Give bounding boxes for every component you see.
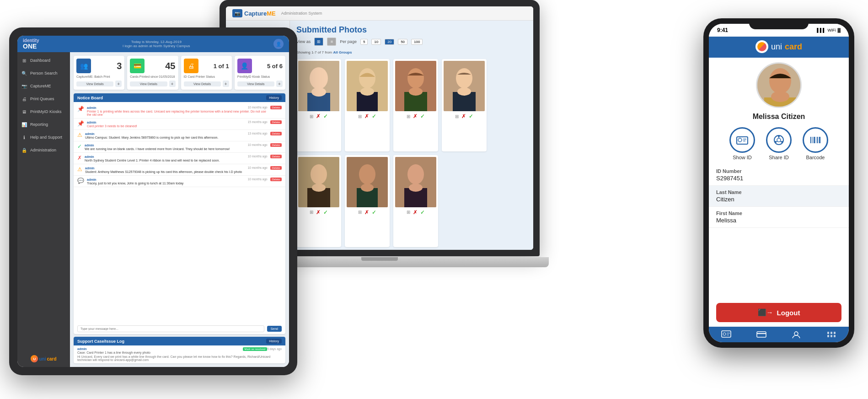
- sidebar-item-reporting[interactable]: 📊 Reporting: [17, 118, 70, 131]
- tablet-screen: identity ONE Today is Monday, 12-Aug-201…: [17, 36, 289, 367]
- dash-card-cards-printed: 💳 45 Cards Printed since 01/05/2018 View…: [127, 56, 178, 90]
- support-text-2: Hi Unicard, Every card we print has a wh…: [77, 355, 282, 361]
- sidebar-item-kiosks[interactable]: 🖥 PrintMyID Kiosks: [17, 105, 70, 118]
- per-page-5[interactable]: 5: [360, 39, 368, 45]
- phone-card-text: card: [785, 42, 802, 52]
- photo-actions-2: ⊞ ✗ ✓: [347, 111, 388, 120]
- kiosk-status-view-details[interactable]: View Details: [237, 81, 274, 86]
- phone-header: unicard: [709, 37, 849, 58]
- per-page-100[interactable]: 100: [411, 39, 423, 45]
- notice-delete-btn-3[interactable]: Delete: [270, 132, 282, 135]
- notice-board: Notice Board History 📌 admin 10 months a…: [74, 93, 285, 334]
- sidebar-item-print-queues[interactable]: 🖨 Print Queues: [17, 92, 70, 105]
- sidebar-item-admin[interactable]: 🔒 Administration: [17, 144, 70, 156]
- notice-text-1: Printer 1 is printing white lines across…: [87, 110, 268, 116]
- photo-grid-icon-1[interactable]: ⊞: [310, 114, 313, 119]
- photo-approve-btn-3[interactable]: ✓: [420, 113, 425, 119]
- tablet-sidebar: ⊞ Dashboard 🔍 Person Search 📷 CaptureME …: [17, 52, 70, 367]
- logout-label: Logout: [777, 309, 800, 317]
- photo-approve-btn-7[interactable]: ✓: [420, 209, 425, 216]
- svg-rect-62: [834, 335, 836, 337]
- photo-approve-btn-4[interactable]: ✓: [469, 113, 473, 119]
- grid-view-button[interactable]: ⊞: [314, 38, 323, 46]
- notice-item-5: ✗ admin 10 months ago North Sydney Stude…: [74, 153, 285, 164]
- batch-print-view-details[interactable]: View Details: [76, 81, 113, 86]
- per-page-50[interactable]: 50: [398, 39, 407, 45]
- laptop-main-header: Submitted Photos View as ⊞ ≡ Per page 5 …: [290, 21, 533, 49]
- per-page-20[interactable]: 20: [385, 39, 394, 45]
- notice-delete-btn-1[interactable]: Delete: [270, 106, 282, 109]
- phone-fields: ID Number S2987451 Last Name Citizen Fir…: [709, 165, 849, 298]
- wifi-icon: WiFi: [827, 28, 836, 32]
- photo-thumb-3: [395, 61, 436, 111]
- svg-point-11: [409, 87, 423, 96]
- topbar-user-avatar[interactable]: 👤: [273, 39, 284, 49]
- phone-share-id-item: Share ID: [766, 127, 792, 160]
- support-history-button[interactable]: History: [266, 339, 282, 344]
- photo-grid-icon-2[interactable]: ⊞: [358, 114, 362, 119]
- all-groups-link[interactable]: All Groups: [333, 50, 352, 54]
- show-id-button[interactable]: [729, 127, 755, 153]
- photo-item-1: ⊞ ✗ ✓: [296, 59, 341, 151]
- printer-status-view-details[interactable]: View Details: [184, 81, 221, 86]
- logout-button[interactable]: ⬛→ Logout: [716, 303, 841, 322]
- photo-item-3: ⊞ ✗ ✓: [393, 59, 438, 151]
- phone-nav-id[interactable]: [721, 330, 731, 339]
- svg-rect-44: [810, 137, 811, 143]
- share-id-button[interactable]: [766, 127, 792, 153]
- per-page-10[interactable]: 10: [371, 39, 381, 45]
- notice-message-input[interactable]: [77, 325, 264, 332]
- notice-history-button[interactable]: History: [266, 95, 282, 100]
- sidebar-item-captureme[interactable]: 📷 CaptureME: [17, 80, 70, 92]
- photo-reject-btn-6[interactable]: ✗: [364, 209, 369, 216]
- phone-nav-menu[interactable]: [826, 330, 836, 339]
- notice-time-6: 10 months ago: [248, 166, 268, 169]
- notice-delete-btn-4[interactable]: Delete: [270, 143, 282, 147]
- photo-reject-btn-2[interactable]: ✗: [364, 113, 369, 119]
- photo-approve-btn-5[interactable]: ✓: [323, 209, 328, 216]
- barcode-button[interactable]: [803, 127, 828, 153]
- photo-approve-btn-6[interactable]: ✓: [372, 209, 376, 216]
- notice-admin-2: admin: [87, 121, 96, 124]
- phone-nav-card[interactable]: [756, 330, 766, 339]
- photo-reject-btn-4[interactable]: ✗: [461, 113, 466, 119]
- notice-delete-btn-6[interactable]: Delete: [270, 166, 282, 170]
- printer-status-plus[interactable]: +: [223, 81, 229, 87]
- cards-printed-plus[interactable]: +: [169, 81, 176, 87]
- photo-reject-btn-1[interactable]: ✗: [316, 113, 321, 119]
- support-log-content: admin 5 days ago Mark as resolved Case: …: [74, 345, 285, 363]
- sidebar-item-person-search[interactable]: 🔍 Person Search: [17, 67, 70, 80]
- photo-reject-btn-7[interactable]: ✗: [413, 209, 418, 216]
- notice-board-title: Notice Board: [77, 96, 103, 100]
- support-mark-resolved-btn[interactable]: Mark as resolved: [243, 347, 268, 351]
- sidebar-item-help[interactable]: ℹ Help and Support: [17, 131, 70, 144]
- svg-rect-60: [827, 335, 829, 337]
- notice-delete-btn-2[interactable]: Delete: [270, 120, 282, 124]
- photo-grid-icon-6[interactable]: ⊞: [358, 210, 362, 215]
- photo-approve-btn-1[interactable]: ✓: [323, 113, 328, 119]
- photo-approve-btn-2[interactable]: ✓: [372, 113, 376, 119]
- sidebar-item-dashboard[interactable]: ⊞ Dashboard: [17, 54, 70, 67]
- notice-item-4: ✓ admin 10 months ago We are running low…: [74, 141, 285, 153]
- phone-user-name: Melissa Citizen: [709, 111, 849, 124]
- photo-grid-icon-7[interactable]: ⊞: [407, 210, 410, 215]
- batch-print-plus[interactable]: +: [115, 81, 122, 87]
- list-view-button[interactable]: ≡: [327, 38, 336, 46]
- notice-admin-5: admin: [85, 155, 94, 158]
- photo-grid-icon-5[interactable]: ⊞: [310, 210, 313, 215]
- notice-send-button[interactable]: Send: [267, 326, 282, 332]
- svg-line-42: [780, 141, 781, 142]
- photo-actions-1: ⊞ ✗ ✓: [298, 111, 339, 120]
- photo-grid-icon-4[interactable]: ⊞: [455, 114, 459, 119]
- tablet-content: ⊞ Dashboard 🔍 Person Search 📷 CaptureME …: [17, 52, 289, 367]
- photo-reject-btn-3[interactable]: ✗: [413, 113, 418, 119]
- phone-nav-contacts[interactable]: [791, 330, 801, 339]
- photo-reject-btn-5[interactable]: ✗: [316, 209, 321, 216]
- kiosk-status-plus[interactable]: +: [276, 81, 283, 87]
- photo-thumb-1: [298, 61, 339, 111]
- notice-delete-btn-7[interactable]: Delete: [270, 178, 282, 181]
- photo-grid-icon-3[interactable]: ⊞: [407, 114, 410, 119]
- svg-point-17: [311, 164, 327, 184]
- cards-printed-view-details[interactable]: View Details: [130, 81, 167, 86]
- notice-delete-btn-5[interactable]: Delete: [270, 155, 282, 158]
